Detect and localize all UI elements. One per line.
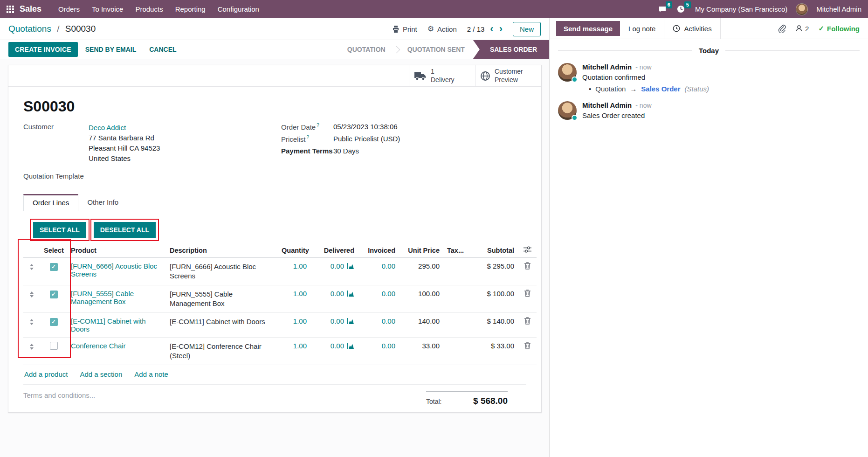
add-a-product-link[interactable]: Add a product [24,370,68,378]
product-link[interactable]: [E-COM11] Cabinet with Doors [71,317,146,333]
unit-price-cell[interactable]: 100.00 [399,285,443,313]
description-column-header[interactable]: Description [166,243,278,258]
invoiced-cell[interactable]: 0.00 [358,258,399,285]
pager-next-icon[interactable]: › [499,24,503,34]
send-message-button[interactable]: Send message [556,21,620,36]
delivered-cell[interactable]: 0.00 [331,342,354,350]
pricelist-value[interactable]: Public Pricelist (USD) [333,135,400,143]
subtotal-column-header[interactable]: Subtotal [469,243,518,258]
product-link[interactable]: [FURN_6666] Acoustic Bloc Screens [71,262,157,278]
drag-handle-icon[interactable] [30,290,34,298]
breadcrumb-quotations[interactable]: Quotations [8,24,51,34]
optional-columns-icon[interactable] [524,246,531,253]
pager-previous-icon[interactable]: ‹ [490,24,493,34]
unit-price-cell[interactable]: 33.00 [399,338,443,365]
followers-button[interactable]: 2 [795,25,809,33]
user-name[interactable]: Mitchell Admin [816,5,861,13]
terms-placeholder[interactable]: Terms and conditions... [23,391,95,399]
new-button[interactable]: New [513,22,541,36]
app-name[interactable]: Sales [20,4,41,14]
delete-row-icon[interactable] [524,342,531,349]
delete-row-icon[interactable] [524,317,531,325]
activities-button[interactable]: Activities [664,18,720,39]
apps-grid-icon[interactable] [7,6,14,13]
delivered-cell[interactable]: 0.00 [331,262,354,270]
forecast-chart-icon[interactable] [347,291,354,297]
create-invoice-button[interactable]: CREATE INVOICE [8,42,78,57]
row-select-checkbox[interactable]: ✓ [50,263,58,271]
tax-cell[interactable] [443,313,469,338]
invoiced-cell[interactable]: 0.00 [358,285,399,313]
status-quotation[interactable]: QUOTATION [345,40,387,59]
unit-price-cell[interactable]: 140.00 [399,313,443,338]
message-author[interactable]: Mitchell Admin [582,63,632,71]
following-button[interactable]: ✓ Following [818,24,860,33]
quantity-cell[interactable]: 1.00 [278,313,310,338]
tax-cell[interactable] [443,285,469,313]
unit-price-cell[interactable]: 295.00 [399,258,443,285]
quantity-cell[interactable]: 1.00 [278,338,310,365]
delivered-cell[interactable]: 0.00 [331,317,354,325]
payment-terms-value[interactable]: 30 Days [333,147,359,155]
select-all-button[interactable]: SELECT ALL [33,222,86,238]
tax-cell[interactable] [443,258,469,285]
menu-products[interactable]: Products [131,0,166,18]
forecast-chart-icon[interactable] [347,318,354,324]
quantity-cell[interactable]: 1.00 [278,258,310,285]
menu-to-invoice[interactable]: To Invoice [88,0,127,18]
invoiced-column-header[interactable]: Invoiced [358,243,399,258]
drag-handle-icon[interactable] [30,342,34,350]
customer-preview-smart-button[interactable]: Customer Preview [475,65,541,86]
delete-row-icon[interactable] [524,262,531,270]
activities-clock-icon[interactable]: 5 [676,5,687,14]
action-button[interactable]: ⚙ Action [427,25,457,33]
log-note-button[interactable]: Log note [620,18,664,39]
user-avatar[interactable] [796,3,808,15]
quantity-column-header[interactable]: Quantity [278,243,310,258]
tax-cell[interactable] [443,338,469,365]
description-cell[interactable]: [FURN_5555] Cable Management Box [170,290,233,307]
send-by-email-button[interactable]: SEND BY EMAIL [80,42,142,57]
tracking-new-value[interactable]: Sales Order [641,85,680,93]
status-quotation-sent[interactable]: QUOTATION SENT [406,40,467,59]
delete-row-icon[interactable] [524,290,531,297]
menu-orders[interactable]: Orders [55,0,83,18]
drag-handle-icon[interactable] [30,262,34,270]
status-sales-order[interactable]: SALES ORDER [473,40,549,59]
row-select-checkbox[interactable] [50,342,58,350]
order-date-value[interactable]: 05/23/2023 10:38:06 [333,123,398,131]
delivered-column-header[interactable]: Delivered [310,243,358,258]
messages-icon[interactable]: 6 [658,5,668,14]
menu-configuration[interactable]: Configuration [214,0,263,18]
delivery-smart-button[interactable]: 1 Delivery [409,65,475,86]
description-cell[interactable]: [E-COM11] Cabinet with Doors [170,318,265,325]
row-select-checkbox[interactable]: ✓ [50,291,58,298]
invoiced-cell[interactable]: 0.00 [358,338,399,365]
unit-price-column-header[interactable]: Unit Price [399,243,443,258]
menu-reporting[interactable]: Reporting [172,0,209,18]
add-a-section-link[interactable]: Add a section [80,370,122,378]
attachment-icon[interactable] [778,24,786,33]
description-cell[interactable]: [FURN_6666] Acoustic Bloc Screens [170,263,256,280]
product-column-header[interactable]: Product [67,243,166,258]
print-button[interactable]: Print [392,25,417,33]
tab-order-lines[interactable]: Order Lines [23,194,78,211]
deselect-all-button[interactable]: DESELECT ALL [94,222,156,238]
quantity-cell[interactable]: 1.00 [278,285,310,313]
drag-handle-icon[interactable] [30,317,34,325]
forecast-chart-icon[interactable] [347,343,354,349]
delivered-cell[interactable]: 0.00 [331,290,354,298]
description-cell[interactable]: [E-COM12] Conference Chair (Steel) [170,342,262,360]
company-switcher[interactable]: My Company (San Francisco) [695,5,787,13]
tax-column-header[interactable]: Tax... [443,243,469,258]
cancel-button[interactable]: CANCEL [144,42,182,57]
message-author[interactable]: Mitchell Admin [582,101,632,109]
forecast-chart-icon[interactable] [347,263,354,269]
row-select-checkbox[interactable]: ✓ [50,318,58,326]
add-a-note-link[interactable]: Add a note [134,370,168,378]
tab-other-info[interactable]: Other Info [78,194,127,211]
customer-link[interactable]: Deco Addict [89,123,160,133]
invoiced-cell[interactable]: 0.00 [358,313,399,338]
product-link[interactable]: [FURN_5555] Cable Management Box [71,290,134,305]
product-link[interactable]: Conference Chair [71,342,126,350]
